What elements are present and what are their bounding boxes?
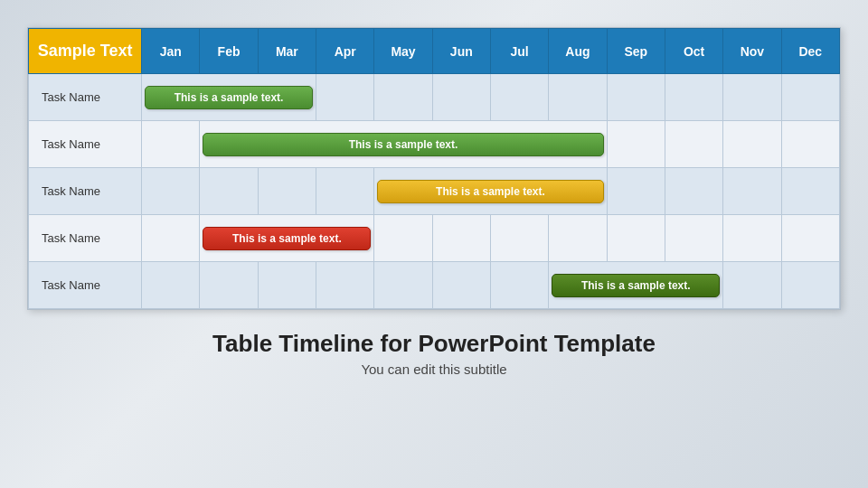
table-row: Task Name This is a sample text. xyxy=(29,215,840,262)
month-jun: Jun xyxy=(432,29,490,74)
timeline-table-container: Sample Text Jan Feb Mar Apr May Jun Jul … xyxy=(27,27,841,310)
footer: Table Timeline for PowerPoint Template Y… xyxy=(212,330,656,377)
table-row: Task Name This is a sample text. xyxy=(29,74,840,121)
gantt-bar-1: This is a sample text. xyxy=(145,86,313,109)
task-name-3: Task Name xyxy=(29,168,142,215)
gantt-bar-4: This is a sample text. xyxy=(203,227,371,250)
task-name-4: Task Name xyxy=(29,215,142,262)
table-row: Task Name This is a sample text. xyxy=(29,262,840,309)
month-feb: Feb xyxy=(200,29,258,74)
month-apr: Apr xyxy=(316,29,374,74)
gantt-bar-cell-5: This is a sample text. xyxy=(549,262,723,309)
sample-text-header: Sample Text xyxy=(29,29,142,74)
task-name-1: Task Name xyxy=(29,74,142,121)
gantt-bar-5: This is a sample text. xyxy=(552,274,720,297)
header-row: Sample Text Jan Feb Mar Apr May Jun Jul … xyxy=(29,29,840,74)
gantt-bar-cell-4: This is a sample text. xyxy=(200,215,374,262)
timeline-table: Sample Text Jan Feb Mar Apr May Jun Jul … xyxy=(28,28,840,309)
task-name-2: Task Name xyxy=(29,121,142,168)
table-row: Task Name This is a sample text. xyxy=(29,121,840,168)
footer-title: Table Timeline for PowerPoint Template xyxy=(212,330,656,358)
gantt-bar-cell-1: This is a sample text. xyxy=(142,74,316,121)
month-mar: Mar xyxy=(258,29,316,74)
month-oct: Oct xyxy=(665,29,722,74)
month-jan: Jan xyxy=(142,29,200,74)
gantt-bar-2: This is a sample text. xyxy=(203,133,603,156)
gantt-bar-3: This is a sample text. xyxy=(377,180,603,203)
gantt-bar-cell-3: This is a sample text. xyxy=(374,168,607,215)
task-name-5: Task Name xyxy=(29,262,142,309)
month-sep: Sep xyxy=(607,29,665,74)
footer-subtitle: You can edit this subtitle xyxy=(212,361,656,377)
month-dec: Dec xyxy=(781,29,839,74)
table-row: Task Name This is a sample text. xyxy=(29,168,840,215)
month-nov: Nov xyxy=(723,29,781,74)
gantt-bar-cell-2: This is a sample text. xyxy=(200,121,607,168)
month-aug: Aug xyxy=(549,29,607,74)
month-jul: Jul xyxy=(490,29,548,74)
month-may: May xyxy=(374,29,432,74)
